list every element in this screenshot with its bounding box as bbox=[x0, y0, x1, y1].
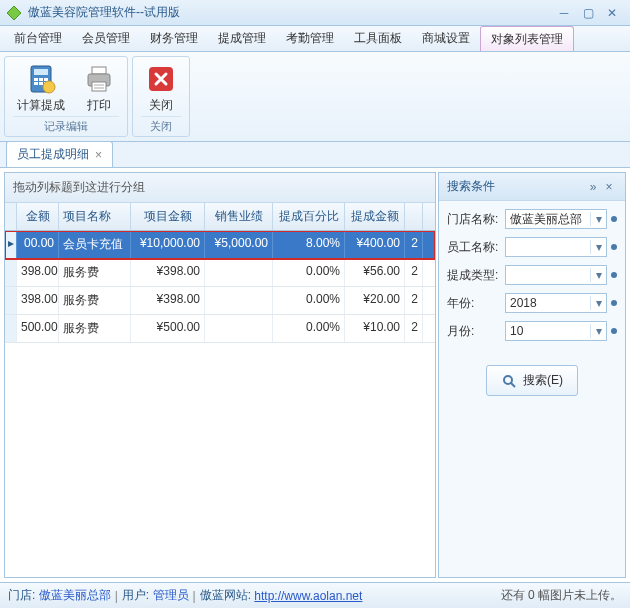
svg-rect-4 bbox=[34, 78, 38, 81]
data-grid: 拖动列标题到这进行分组 金额 项目名称 项目金额 销售业绩 提成百分比 提成金额… bbox=[4, 172, 436, 578]
cell-name: 会员卡充值 bbox=[59, 231, 131, 258]
cell-amount: 398.00 bbox=[17, 287, 59, 314]
row-indicator bbox=[5, 315, 17, 342]
row-indicator bbox=[5, 287, 17, 314]
table-row[interactable]: 398.00 服务费 ¥398.00 0.00% ¥20.00 2 bbox=[5, 287, 435, 315]
month-combo[interactable]: 10▾ bbox=[505, 321, 607, 341]
header-item-amount[interactable]: 项目金额 bbox=[131, 203, 205, 230]
menu-finance[interactable]: 财务管理 bbox=[140, 26, 208, 51]
group-drop-area[interactable]: 拖动列标题到这进行分组 bbox=[5, 173, 435, 203]
status-user-value: 管理员 bbox=[153, 587, 189, 604]
search-panel-title: 搜索条件 bbox=[447, 178, 585, 195]
indicator-header bbox=[5, 203, 17, 230]
cell-sales bbox=[205, 259, 273, 286]
calculator-icon bbox=[25, 63, 57, 95]
menu-attendance[interactable]: 考勤管理 bbox=[276, 26, 344, 51]
tab-close-icon[interactable]: × bbox=[95, 148, 102, 162]
svg-rect-3 bbox=[34, 69, 48, 75]
svg-line-18 bbox=[511, 383, 515, 387]
year-label: 年份: bbox=[447, 295, 501, 312]
status-site-link[interactable]: http://www.aolan.net bbox=[254, 589, 362, 603]
print-label: 打印 bbox=[87, 97, 111, 114]
store-combo[interactable]: 傲蓝美丽总部▾ bbox=[505, 209, 607, 229]
header-sales[interactable]: 销售业绩 bbox=[205, 203, 273, 230]
status-store-label: 门店: bbox=[8, 587, 35, 604]
menu-tools[interactable]: 工具面板 bbox=[344, 26, 412, 51]
table-row[interactable]: 500.00 服务费 ¥500.00 0.00% ¥10.00 2 bbox=[5, 315, 435, 343]
header-last[interactable] bbox=[405, 203, 423, 230]
menu-reception[interactable]: 前台管理 bbox=[4, 26, 72, 51]
cell-comm: ¥400.00 bbox=[345, 231, 405, 258]
printer-icon bbox=[83, 63, 115, 95]
ribbon-group-close-label: 关闭 bbox=[141, 116, 181, 134]
table-row[interactable]: 398.00 服务费 ¥398.00 0.00% ¥56.00 2 bbox=[5, 259, 435, 287]
status-store-value: 傲蓝美丽总部 bbox=[39, 587, 111, 604]
cell-comm: ¥56.00 bbox=[345, 259, 405, 286]
type-label: 提成类型: bbox=[447, 267, 501, 284]
month-label: 月份: bbox=[447, 323, 501, 340]
close-window-button[interactable]: ✕ bbox=[600, 4, 624, 22]
ribbon-group-record: 计算提成 打印 记录编辑 bbox=[4, 56, 128, 137]
svg-rect-7 bbox=[34, 82, 38, 85]
grid-headers: 金额 项目名称 项目金额 销售业绩 提成百分比 提成金额 bbox=[5, 203, 435, 231]
search-form: 门店名称: 傲蓝美丽总部▾ 员工名称: ▾ 提成类型: ▾ 年份: 2018▾ … bbox=[439, 201, 625, 404]
cell-last: 2 bbox=[405, 231, 423, 258]
menu-member[interactable]: 会员管理 bbox=[72, 26, 140, 51]
app-logo-icon bbox=[6, 5, 22, 21]
cell-pamt: ¥398.00 bbox=[131, 259, 205, 286]
header-commission[interactable]: 提成金额 bbox=[345, 203, 405, 230]
status-upload: 还有 0 幅图片未上传。 bbox=[501, 587, 622, 604]
close-icon bbox=[145, 63, 177, 95]
magnifier-icon bbox=[501, 373, 517, 389]
cell-amount: 00.00 bbox=[17, 231, 59, 258]
svg-rect-5 bbox=[39, 78, 43, 81]
chevron-down-icon: ▾ bbox=[590, 212, 604, 226]
cell-pct: 0.00% bbox=[273, 259, 345, 286]
minimize-button[interactable]: ─ bbox=[552, 4, 576, 22]
year-combo[interactable]: 2018▾ bbox=[505, 293, 607, 313]
search-button[interactable]: 搜索(E) bbox=[486, 365, 578, 396]
table-row[interactable]: ▸ 00.00 会员卡充值 ¥10,000.00 ¥5,000.00 8.00%… bbox=[5, 231, 435, 259]
chevron-down-icon: ▾ bbox=[590, 296, 604, 310]
calc-label: 计算提成 bbox=[17, 97, 65, 114]
close-button[interactable]: 关闭 bbox=[141, 61, 181, 116]
status-user-label: 用户: bbox=[122, 587, 149, 604]
employee-combo[interactable]: ▾ bbox=[505, 237, 607, 257]
cell-sales bbox=[205, 315, 273, 342]
cell-name: 服务费 bbox=[59, 287, 131, 314]
panel-close-icon[interactable]: × bbox=[601, 180, 617, 194]
type-combo[interactable]: ▾ bbox=[505, 265, 607, 285]
cell-last: 2 bbox=[405, 287, 423, 314]
calc-commission-button[interactable]: 计算提成 bbox=[13, 61, 69, 116]
cell-amount: 398.00 bbox=[17, 259, 59, 286]
menu-commission[interactable]: 提成管理 bbox=[208, 26, 276, 51]
print-button[interactable]: 打印 bbox=[79, 61, 119, 116]
svg-rect-8 bbox=[39, 82, 43, 85]
cell-sales: ¥5,000.00 bbox=[205, 231, 273, 258]
status-site-label: 傲蓝网站: bbox=[200, 587, 251, 604]
svg-rect-6 bbox=[44, 78, 48, 81]
cell-pamt: ¥398.00 bbox=[131, 287, 205, 314]
chevron-down-icon: ▾ bbox=[590, 324, 604, 338]
cell-comm: ¥20.00 bbox=[345, 287, 405, 314]
store-label: 门店名称: bbox=[447, 211, 501, 228]
header-percent[interactable]: 提成百分比 bbox=[273, 203, 345, 230]
cell-pct: 0.00% bbox=[273, 287, 345, 314]
window-title: 傲蓝美容院管理软件--试用版 bbox=[28, 4, 552, 21]
tab-commission-detail[interactable]: 员工提成明细 × bbox=[6, 141, 113, 167]
search-panel: 搜索条件 » × 门店名称: 傲蓝美丽总部▾ 员工名称: ▾ 提成类型: ▾ 年… bbox=[438, 172, 626, 578]
menu-mall[interactable]: 商城设置 bbox=[412, 26, 480, 51]
tab-label: 员工提成明细 bbox=[17, 146, 89, 163]
emp-label: 员工名称: bbox=[447, 239, 501, 256]
maximize-button[interactable]: ▢ bbox=[576, 4, 600, 22]
grid-body: ▸ 00.00 会员卡充值 ¥10,000.00 ¥5,000.00 8.00%… bbox=[5, 231, 435, 577]
header-amount[interactable]: 金额 bbox=[17, 203, 59, 230]
cell-pct: 8.00% bbox=[273, 231, 345, 258]
svg-rect-13 bbox=[92, 82, 106, 91]
menubar: 前台管理 会员管理 财务管理 提成管理 考勤管理 工具面板 商城设置 对象列表管… bbox=[0, 26, 630, 52]
header-item-name[interactable]: 项目名称 bbox=[59, 203, 131, 230]
ribbon-group-close: 关闭 关闭 bbox=[132, 56, 190, 137]
chevron-right-icon[interactable]: » bbox=[585, 180, 601, 194]
cell-pamt: ¥500.00 bbox=[131, 315, 205, 342]
menu-object-list[interactable]: 对象列表管理 bbox=[480, 26, 574, 51]
